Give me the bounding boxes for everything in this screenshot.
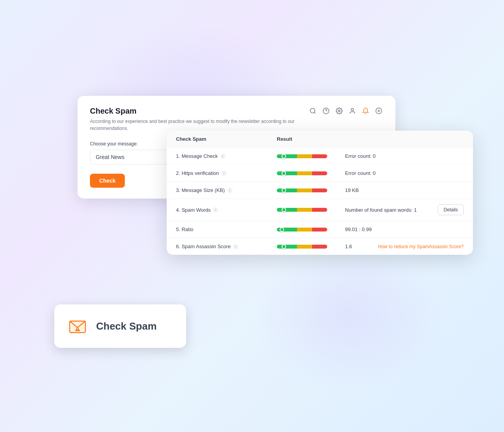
floating-icon	[67, 315, 88, 337]
table-row: 4. Spam Words i Number of found spam wor…	[167, 199, 473, 221]
page-title: Check Spam	[90, 107, 307, 116]
svg-point-11	[77, 330, 78, 330]
row-value: Number of found spam words: 1	[339, 207, 438, 213]
gauge-bar	[277, 208, 327, 212]
table-row: 6. Spam Assassin Score i 1.6 How to redu…	[167, 238, 473, 255]
bell-icon[interactable]	[361, 107, 370, 115]
results-card: Check Spam Result 1. Message Check i Err…	[167, 131, 473, 255]
gauge-indicator	[281, 171, 286, 176]
gauge-indicator	[281, 154, 286, 159]
table-row: 5. Ratio 99.01 : 0.99	[167, 221, 473, 238]
svg-point-0	[310, 108, 315, 113]
currency-icon[interactable]	[375, 107, 383, 115]
info-icon[interactable]: i	[213, 207, 218, 213]
svg-point-5	[351, 108, 354, 111]
info-icon[interactable]: i	[220, 154, 226, 159]
row-label: 3. Message Size (KB) i	[176, 187, 277, 193]
col-check-spam: Check Spam	[176, 136, 277, 142]
row-value: Error count: 0	[339, 153, 464, 159]
svg-line-1	[314, 112, 315, 113]
row-label: 6. Spam Assassin Score i	[176, 244, 277, 249]
gauge-indicator	[281, 244, 286, 249]
table-row: 3. Message Size (KB) i 19 KB	[167, 182, 473, 199]
col-result: Result	[277, 136, 464, 142]
header-icons	[309, 107, 383, 115]
check-button[interactable]: Check	[90, 174, 125, 188]
gauge-bar	[277, 154, 327, 158]
row-label: 2. Https verification i	[176, 170, 277, 176]
settings-icon[interactable]	[335, 107, 343, 115]
row-label: 1. Message Check i	[176, 153, 277, 159]
row-value: 1.6	[339, 244, 378, 249]
gauge-bar	[277, 245, 327, 249]
svg-point-4	[338, 110, 340, 112]
gauge-bar	[277, 228, 327, 232]
header-text: Check Spam According to our experience a…	[90, 107, 307, 132]
info-icon[interactable]: i	[233, 244, 238, 249]
info-icon[interactable]: i	[221, 171, 227, 176]
gauge-indicator	[281, 207, 286, 212]
gauge-bar	[277, 171, 327, 175]
gauge-indicator	[280, 227, 284, 232]
floating-card: Check Spam	[54, 304, 186, 348]
info-icon[interactable]: i	[227, 188, 233, 193]
row-label: 5. Ratio	[176, 226, 277, 232]
floating-title: Check Spam	[96, 320, 157, 332]
table-row: 2. Https verification i Error count: 0	[167, 165, 473, 182]
gauge-bar	[277, 188, 327, 192]
spam-assassin-link[interactable]: How to reduce my SpamAssassin Score?	[378, 244, 464, 249]
page-subtitle: According to our experience and best pra…	[90, 118, 307, 132]
row-label: 4. Spam Words i	[176, 207, 277, 213]
table-row: 1. Message Check i Error count: 0	[167, 148, 473, 165]
card-header: Check Spam According to our experience a…	[90, 107, 383, 132]
help-icon[interactable]	[322, 107, 330, 115]
row-value: 99.01 : 0.99	[339, 226, 464, 232]
user-icon[interactable]	[348, 107, 357, 115]
row-value: Error count: 0	[339, 170, 464, 176]
search-icon[interactable]	[309, 107, 317, 115]
details-button[interactable]: Details	[438, 204, 464, 215]
gauge-indicator	[281, 188, 286, 193]
row-value: 19 KB	[339, 187, 464, 193]
results-table-header: Check Spam Result	[167, 131, 473, 148]
